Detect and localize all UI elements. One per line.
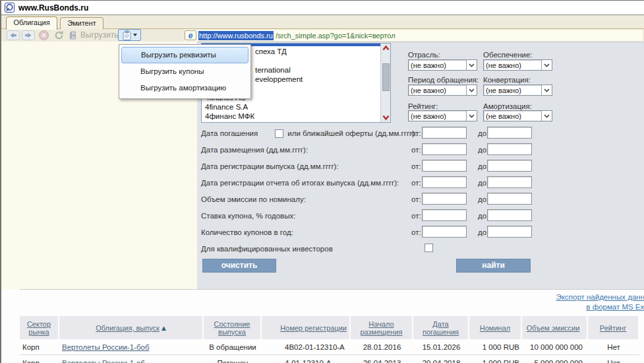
filter-label: Амортизация: [483, 102, 532, 110]
header-maturity-date[interactable]: Дата погашения [413, 316, 469, 339]
coupon-rate-from-input[interactable] [422, 209, 467, 221]
filter-label: Рейтинг: [408, 102, 438, 110]
menu-item-export-details[interactable]: Выгрузить реквизиты [121, 47, 249, 63]
chevron-down-icon[interactable] [466, 85, 477, 95]
forward-button[interactable] [22, 30, 35, 40]
maturity-offer-checkbox[interactable] [275, 129, 283, 138]
menu-item-export-amortization[interactable]: Выгрузить амортизацию [121, 80, 249, 96]
scroll-down-icon[interactable] [382, 114, 390, 121]
results-area: Экспорт найденных данных в формат MS Exc… [1, 289, 644, 363]
coupon-rate-to-input[interactable] [487, 209, 532, 221]
qualified-investors-checkbox[interactable] [424, 244, 433, 252]
amortization-select[interactable]: (не важно) [483, 110, 552, 121]
header-registration-number[interactable]: Номер регистрации [262, 316, 351, 339]
filter-label: Период обращения: [408, 76, 479, 84]
url-bar[interactable]: e http://www.rusbonds.ru /srch_simple.as… [185, 30, 643, 41]
header-bond-issue[interactable]: Облигация, выпуск▲ [59, 316, 204, 339]
title-bar: www.RusBonds.ru [1, 1, 644, 15]
volume-from-input[interactable] [422, 193, 467, 205]
circulation-period-select[interactable]: (не важно) [408, 84, 477, 96]
url-rest-text: /srch_simple.asp?go=1&nick=вертол [276, 32, 395, 40]
maturity-label-post: или ближайшей оферты (дд.мм.гггг): [287, 129, 417, 137]
export-icon [69, 30, 78, 40]
qualified-label: Для квалифицированных инвесторов [201, 245, 333, 253]
report-reg-to-input[interactable] [487, 176, 532, 188]
export-dropdown-menu: Выгрузить реквизиты Выгрузить купоны Выг… [119, 44, 251, 99]
export-excel-link-line2[interactable]: в формат MS Excel [586, 303, 644, 311]
chevron-down-icon[interactable] [466, 60, 477, 70]
report-reg-from-input[interactable] [422, 176, 467, 188]
search-form-panel: спеха ТД ternational eveloppement 4finan… [197, 42, 644, 289]
toolbar: Выгрузить e http://www.rusbonds.ru /srch… [1, 29, 644, 42]
coupons-year-to-input[interactable] [487, 226, 532, 238]
list-item[interactable]: 4финанс МФК [203, 112, 380, 121]
chevron-down-icon[interactable] [541, 60, 552, 70]
header-issue-state[interactable]: Состояние выпуска [204, 316, 262, 339]
tab-issuer[interactable]: Эмитент [60, 17, 103, 30]
app-window: www.RusBonds.ru Облигация Эмитент Выгруз… [0, 0, 644, 363]
filter-label: Отрасль: [408, 51, 440, 59]
bond-link[interactable]: Вертолеты России-1-боб [62, 343, 149, 351]
export-links: Экспорт найденных данных в формат MS Exc… [436, 292, 644, 312]
clipboard-icon [123, 30, 131, 40]
export-dropdown-button[interactable] [118, 29, 141, 41]
browser-icon: e [185, 30, 196, 40]
stop-button[interactable] [39, 30, 49, 40]
export-excel-link[interactable]: Экспорт найденных данных [556, 293, 644, 301]
chevron-down-icon[interactable] [541, 111, 552, 121]
main-area: спеха ТД ternational eveloppement 4finan… [1, 42, 644, 289]
issue-reg-from-input[interactable] [422, 160, 467, 172]
conversion-select[interactable]: (не важно) [483, 84, 552, 96]
maturity-to-input[interactable] [487, 127, 532, 139]
export-label: Выгрузить [80, 30, 119, 40]
coupons-year-from-input[interactable] [422, 226, 467, 238]
header-issue-volume[interactable]: Объем эмиссии [522, 316, 588, 339]
sort-asc-icon: ▲ [161, 325, 166, 331]
table-header-row: Сектор рынка Облигация, выпуск▲ Состояни… [20, 316, 639, 339]
scrollbar-thumb[interactable] [382, 63, 390, 91]
menu-item-export-coupons[interactable]: Выгрузить купоны [121, 63, 249, 80]
filter-label: Обеспечение: [483, 51, 533, 59]
from-label: от: [411, 129, 421, 137]
placement-from-input[interactable] [422, 143, 467, 155]
tab-bond[interactable]: Облигация [6, 16, 57, 30]
refresh-button[interactable] [54, 30, 64, 40]
header-nominal[interactable]: Номинал [469, 316, 522, 339]
maturity-from-input[interactable] [422, 127, 467, 139]
clear-button[interactable]: очистить [202, 259, 276, 273]
chevron-down-icon [133, 34, 137, 36]
qualified-investors-row: Для квалифицированных инвесторов [201, 242, 644, 255]
separator-dotted-line [20, 289, 644, 290]
tab-strip: Облигация Эмитент [1, 15, 644, 29]
list-item[interactable]: 4finance S.A [203, 102, 380, 112]
scroll-up-icon[interactable] [382, 45, 390, 51]
placement-to-input[interactable] [487, 143, 532, 155]
back-button[interactable] [7, 30, 20, 40]
volume-to-input[interactable] [487, 193, 532, 205]
bond-link[interactable]: Вертолеты России-1-об [62, 359, 145, 363]
window-title: www.RusBonds.ru [18, 3, 88, 13]
header-placement-start[interactable]: Начало размещения [351, 316, 413, 339]
maturity-label-pre: Дата погашения [201, 129, 258, 137]
results-table: Сектор рынка Облигация, выпуск▲ Состояни… [20, 316, 639, 363]
table-row: Корп Вертолеты России-1-об Погашен 4-01-… [20, 355, 639, 363]
rating-select[interactable]: (не важно) [408, 110, 477, 121]
chevron-down-icon[interactable] [466, 111, 477, 121]
chevron-down-icon[interactable] [541, 85, 552, 95]
header-sector[interactable]: Сектор рынка [20, 316, 59, 339]
filter-label: Конвертация: [483, 76, 531, 84]
issue-reg-to-input[interactable] [487, 160, 532, 172]
industry-select[interactable]: (не важно) [408, 59, 477, 71]
find-button[interactable]: найти [456, 259, 531, 273]
url-selected-text: http://www.rusbonds.ru [198, 31, 274, 40]
collateral-select[interactable]: (не важно) [483, 59, 552, 71]
app-logo-icon [5, 3, 15, 13]
header-rating[interactable]: Рейтинг [588, 316, 639, 339]
table-row: Корп Вертолеты России-1-боб В обращении … [20, 339, 639, 355]
listbox-scrollbar[interactable] [380, 44, 390, 122]
